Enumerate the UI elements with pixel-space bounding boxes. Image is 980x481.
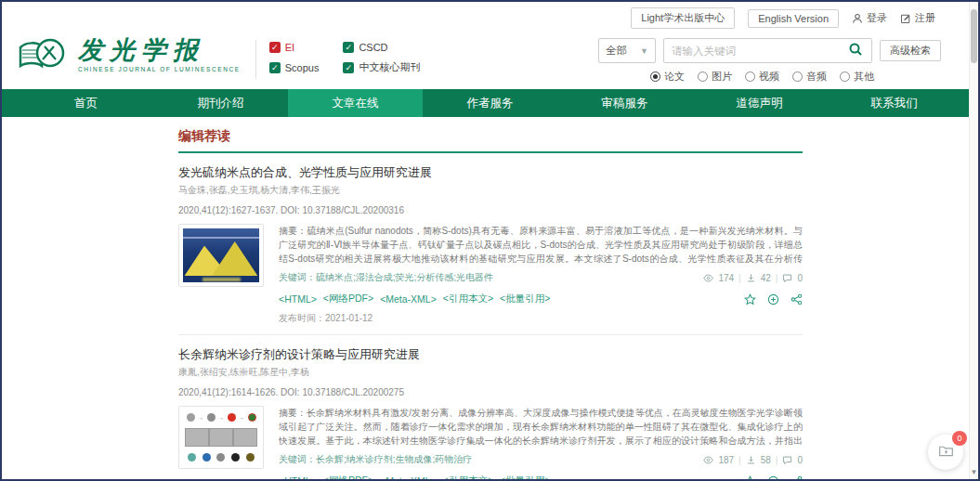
nav-item-contact-us[interactable]: 联系我们	[827, 89, 961, 117]
article-body: 摘要：硫纳米点(Sulfur nanodots，简称S-dots)具有无毒、原料…	[178, 224, 803, 325]
scrollbar-down-arrow-icon[interactable]: ▼	[970, 468, 978, 476]
meta-xml-link[interactable]: <Meta-XML>	[380, 293, 437, 305]
article-title[interactable]: 长余辉纳米诊疗剂的设计策略与应用研究进展	[178, 346, 803, 363]
publish-time: 发布时间：2021-01-12	[279, 312, 803, 325]
header-divider	[255, 40, 256, 79]
scrollbar-thumb[interactable]	[971, 9, 977, 63]
downloads-count: 58	[761, 455, 771, 465]
add-circle-icon[interactable]	[767, 475, 779, 481]
collection-float-button[interactable]: 0	[928, 435, 963, 470]
badge-core-journal: ✓ 中文核心期刊	[343, 60, 420, 74]
journal-title-block: 发光学报 CHINESE JOURNAL OF LUMINESCENCE	[78, 37, 241, 72]
search-zone: 全部 ▼ 高级检索 论文 图片	[598, 38, 941, 84]
download-icon	[746, 455, 756, 465]
nav-item-articles-online[interactable]: 文章在线	[288, 89, 423, 117]
add-circle-icon[interactable]	[767, 293, 779, 306]
nav-item-review-services[interactable]: 审稿服务	[557, 89, 692, 117]
article-title[interactable]: 发光硫纳米点的合成、光学性质与应用研究进展	[178, 164, 803, 181]
keywords-row: 关键词：长余辉;纳米诊疗剂;生物成像;药物治疗 187 | 58 | 0	[279, 453, 803, 466]
cite-article-link[interactable]: <引用本文>	[443, 474, 493, 481]
radio-label: 论文	[664, 70, 685, 84]
article-item: 长余辉纳米诊疗剂的设计策略与应用研究进展 康胤,张绍安,练崇旺,陈星中,李杨 2…	[178, 335, 803, 481]
radio-other[interactable]: 其他	[840, 70, 874, 84]
sulfur-piles-image	[183, 228, 259, 282]
html-link[interactable]: <HTML>	[279, 293, 317, 305]
radio-icon	[650, 72, 660, 82]
keywords-row: 关键词：硫纳米点;湿法合成;荧光;分析传感;光电器件 174 | 42 | 0	[279, 271, 803, 284]
html-link[interactable]: <HTML>	[279, 475, 317, 481]
advanced-search-button[interactable]: 高级检索	[880, 40, 941, 61]
batch-cite-link[interactable]: <批量引用>	[500, 474, 550, 481]
main-nav: 首页 期刊介绍 文章在线 作者服务 审稿服务 道德声明 联系我们	[2, 89, 978, 117]
radio-image[interactable]: 图片	[698, 70, 732, 84]
search-icon	[848, 42, 863, 59]
journal-logo-book-icon	[17, 34, 71, 75]
favorite-star-icon[interactable]	[744, 293, 756, 306]
journal-name-cn: 发光学报	[78, 37, 241, 63]
chevron-down-icon: ▼	[640, 46, 648, 56]
radio-icon	[745, 72, 755, 82]
index-badges: ✓ EI ✓ CSCD ✓ Scopus ✓ 中文核心期刊	[269, 42, 421, 74]
batch-cite-link[interactable]: <批量引用>	[500, 292, 550, 306]
user-icon	[852, 13, 863, 24]
article-action-icons	[744, 293, 803, 306]
article-abstract: 摘要：硫纳米点(Sulfur nanodots，简称S-dots)具有无毒、原料…	[279, 224, 803, 266]
article-action-icons	[744, 475, 803, 481]
favorite-star-icon[interactable]	[744, 475, 756, 481]
radio-paper[interactable]: 论文	[650, 70, 685, 84]
folder-plus-icon	[938, 443, 954, 462]
share-icon[interactable]	[791, 475, 803, 481]
views-icon	[703, 273, 713, 283]
publisher-center-button[interactable]: Light学术出版中心	[631, 7, 735, 29]
article-citation-doi: 2020,41(12):1627-1637. DOI: 10.37188/CJL…	[178, 205, 803, 215]
nav-item-author-services[interactable]: 作者服务	[423, 89, 557, 117]
nav-item-home[interactable]: 首页	[19, 89, 153, 117]
article-stats: 174 | 42 | 0	[703, 273, 803, 283]
article-authors: 康胤,张绍安,练崇旺,陈星中,李杨	[178, 366, 803, 379]
radio-label: 其他	[854, 70, 874, 84]
search-scope-select[interactable]: 全部 ▼	[598, 38, 656, 63]
search-type-radios: 论文 图片 视频 音频 其他	[650, 70, 874, 84]
comments-count: 0	[797, 455, 803, 465]
views-icon	[703, 455, 713, 465]
badge-label: 中文核心期刊	[359, 60, 420, 74]
views-count: 187	[718, 455, 734, 465]
nav-item-ethics-statement[interactable]: 道德声明	[692, 89, 827, 117]
article-body: → → →	[178, 406, 803, 481]
badge-ei: ✓ EI	[269, 42, 320, 53]
meta-xml-link[interactable]: <Meta-XML>	[380, 475, 437, 481]
downloads-count: 42	[761, 273, 771, 283]
article-thumbnail[interactable]	[178, 224, 264, 287]
section-title: 编辑荐读	[178, 128, 803, 145]
nav-item-journal-intro[interactable]: 期刊介绍	[153, 89, 288, 117]
checkbox-icon: ✓	[269, 62, 281, 73]
pdf-link[interactable]: <网络PDF>	[323, 474, 373, 481]
header: 发光学报 CHINESE JOURNAL OF LUMINESCENCE ✓ E…	[2, 32, 978, 89]
badge-label: Scopus	[285, 62, 320, 73]
article-authors: 马金珠,张磊,史玉琪,杨大清,李伟,王振光	[178, 184, 803, 197]
english-version-button[interactable]: English Version	[748, 9, 839, 28]
top-utility-bar: Light学术出版中心 English Version 登录 注册	[2, 2, 978, 32]
page-scrollbar[interactable]: ▼	[969, 2, 978, 479]
cite-article-link[interactable]: <引用本文>	[443, 292, 493, 306]
register-link[interactable]: 注册	[900, 11, 935, 25]
article-thumbnail[interactable]: → → →	[178, 406, 264, 469]
article-citation-doi: 2020,41(12):1614-1626. DOI: 10.37188/CJL…	[178, 387, 803, 397]
search-scope-value: 全部	[606, 44, 627, 58]
article-links-row: <HTML> <网络PDF> <Meta-XML> <引用本文> <批量引用>	[279, 292, 803, 306]
nanoparticle-scheme-image: → → →	[183, 410, 259, 464]
radio-icon	[698, 72, 708, 82]
radio-audio[interactable]: 音频	[792, 70, 827, 84]
article-right-column: 摘要：硫纳米点(Sulfur nanodots，简称S-dots)具有无毒、原料…	[279, 224, 803, 325]
pdf-link[interactable]: <网络PDF>	[323, 292, 373, 306]
search-input[interactable]	[664, 46, 840, 57]
share-icon[interactable]	[791, 293, 803, 306]
collection-count-badge: 0	[952, 431, 967, 446]
journal-logo[interactable]: 发光学报 CHINESE JOURNAL OF LUMINESCENCE	[17, 34, 241, 75]
radio-video[interactable]: 视频	[745, 70, 779, 84]
radio-icon	[840, 72, 850, 82]
login-link[interactable]: 登录	[852, 11, 887, 25]
search-button[interactable]	[840, 39, 871, 62]
radio-label: 图片	[712, 70, 732, 84]
main-content: 编辑荐读 发光硫纳米点的合成、光学性质与应用研究进展 马金珠,张磊,史玉琪,杨大…	[2, 117, 803, 481]
